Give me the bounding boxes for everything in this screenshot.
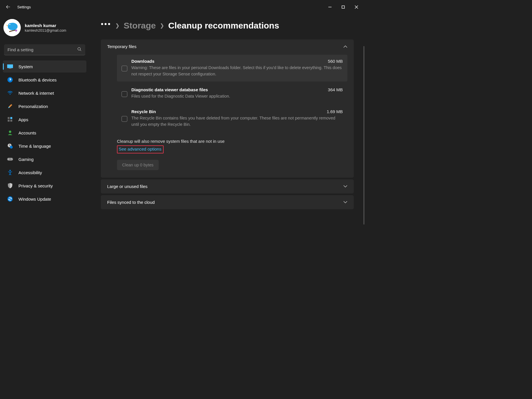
- nav-item-gaming[interactable]: Gaming: [3, 153, 86, 165]
- file-size: 560 MB: [328, 59, 343, 64]
- svg-point-20: [12, 159, 13, 160]
- nav-label: Time & language: [18, 144, 51, 149]
- user-block[interactable]: kamlesh kumar kamlesh2011@gmail.com: [3, 14, 86, 42]
- back-button[interactable]: [2, 1, 14, 13]
- system-icon: [7, 63, 13, 70]
- bluetooth-icon: [7, 77, 13, 83]
- svg-point-6: [78, 48, 80, 50]
- nav-item-time[interactable]: Time & language: [3, 140, 86, 152]
- search-wrap: [4, 44, 85, 55]
- nav-item-system[interactable]: System: [3, 60, 86, 73]
- nav-label: Bluetooth & devices: [18, 77, 57, 82]
- breadcrumb-ellipsis[interactable]: •••: [101, 20, 111, 31]
- nav-list: System Bluetooth & devices Network & int…: [3, 60, 86, 205]
- svg-point-21: [10, 170, 11, 171]
- checkbox-downloads[interactable]: [122, 66, 127, 71]
- panel-header-temporary[interactable]: Temporary files: [101, 39, 354, 54]
- chevron-down-icon: [343, 200, 347, 204]
- chevron-down-icon: [343, 184, 347, 189]
- person-icon: [7, 130, 13, 136]
- cleanup-note: Cleanup will also remove system files th…: [117, 139, 347, 144]
- file-name: Diagnostic data viewer database files: [131, 87, 208, 92]
- search-input[interactable]: [4, 44, 85, 55]
- file-name: Downloads: [131, 59, 154, 64]
- sidebar: kamlesh kumar kamlesh2011@gmail.com Syst…: [0, 14, 89, 270]
- file-size: 364 MB: [328, 87, 343, 92]
- titlebar: Settings: [0, 0, 365, 14]
- file-desc: The Recycle Bin contains files you have …: [131, 115, 343, 128]
- clock-globe-icon: [7, 143, 13, 149]
- breadcrumb: ••• ❯ Storage ❯ Cleanup recommendations: [101, 20, 359, 31]
- svg-rect-14: [10, 120, 12, 122]
- chevron-right-icon: ❯: [160, 22, 164, 29]
- close-button[interactable]: [350, 2, 363, 12]
- svg-rect-7: [7, 64, 13, 68]
- svg-rect-0: [342, 6, 344, 8]
- maximize-button[interactable]: [336, 2, 350, 12]
- window-controls: [323, 2, 363, 12]
- nav-label: Personalization: [18, 104, 48, 109]
- shield-icon: [7, 183, 13, 189]
- svg-rect-12: [10, 117, 12, 119]
- nav-label: Gaming: [18, 157, 34, 162]
- advanced-options-link[interactable]: See advanced options: [119, 147, 161, 151]
- nav-label: System: [18, 64, 33, 69]
- paintbrush-icon: [7, 103, 13, 109]
- nav-label: Apps: [18, 117, 28, 122]
- file-desc: Warning: These are files in your persona…: [131, 65, 343, 77]
- nav-item-apps[interactable]: Apps: [3, 113, 86, 126]
- svg-rect-13: [8, 120, 10, 122]
- file-size: 1.69 MB: [327, 109, 343, 114]
- app-title: Settings: [17, 5, 31, 9]
- panel-body-temporary: Downloads 560 MB Warning: These are file…: [101, 54, 354, 178]
- file-name: Recycle Bin: [131, 109, 156, 114]
- nav-item-accounts[interactable]: Accounts: [3, 127, 86, 139]
- nav-item-bluetooth[interactable]: Bluetooth & devices: [3, 74, 86, 86]
- svg-point-5: [15, 30, 17, 32]
- gamepad-icon: [7, 156, 13, 162]
- svg-point-22: [7, 196, 13, 202]
- panel-header-large[interactable]: Large or unused files: [101, 179, 354, 193]
- minimize-icon: [328, 5, 332, 9]
- breadcrumb-storage[interactable]: Storage: [124, 21, 156, 31]
- panel-header-synced[interactable]: Files synced to the cloud: [101, 195, 354, 209]
- minimize-button[interactable]: [323, 2, 336, 12]
- svg-point-10: [10, 94, 10, 95]
- nav-label: Accessibility: [18, 170, 42, 175]
- update-icon: [7, 196, 13, 202]
- avatar: [3, 19, 21, 36]
- user-name: kamlesh kumar: [25, 23, 66, 28]
- panel-synced-files: Files synced to the cloud: [101, 195, 354, 209]
- file-item-downloads: Downloads 560 MB Warning: These are file…: [117, 55, 347, 81]
- accessibility-icon: [7, 169, 13, 176]
- svg-point-4: [9, 24, 10, 25]
- close-icon: [355, 5, 358, 9]
- user-email: kamlesh2011@gmail.com: [25, 29, 66, 33]
- panel-title: Files synced to the cloud: [107, 200, 155, 205]
- nav-item-privacy[interactable]: Privacy & security: [3, 180, 86, 192]
- svg-point-15: [9, 131, 11, 133]
- nav-item-personalization[interactable]: Personalization: [3, 100, 86, 112]
- nav-item-update[interactable]: Windows Update: [3, 193, 86, 205]
- advanced-options-highlight: See advanced options: [117, 145, 164, 153]
- page-title: Cleanup recommendations: [168, 21, 279, 31]
- nav-item-accessibility[interactable]: Accessibility: [3, 166, 86, 178]
- search-icon: [77, 47, 82, 53]
- nav-label: Privacy & security: [18, 183, 53, 188]
- checkbox-recycle-bin[interactable]: [122, 116, 127, 122]
- main-content: ••• ❯ Storage ❯ Cleanup recommendations …: [89, 14, 365, 270]
- nav-item-network[interactable]: Network & internet: [3, 87, 86, 99]
- chevron-up-icon: [343, 44, 347, 49]
- file-item-recycle-bin: Recycle Bin 1.69 MB The Recycle Bin cont…: [117, 105, 347, 132]
- panel-large-files: Large or unused files: [101, 179, 354, 193]
- svg-rect-11: [8, 117, 10, 119]
- cleanup-button[interactable]: Clean up 0 bytes: [117, 160, 159, 170]
- checkbox-diagnostic[interactable]: [122, 91, 127, 97]
- wifi-icon: [7, 90, 13, 96]
- panel-title: Large or unused files: [107, 184, 147, 189]
- scrollbar[interactable]: [363, 46, 364, 225]
- arrow-left-icon: [5, 4, 11, 10]
- svg-point-17: [10, 146, 13, 149]
- nav-label: Accounts: [18, 130, 36, 135]
- maximize-icon: [342, 5, 345, 9]
